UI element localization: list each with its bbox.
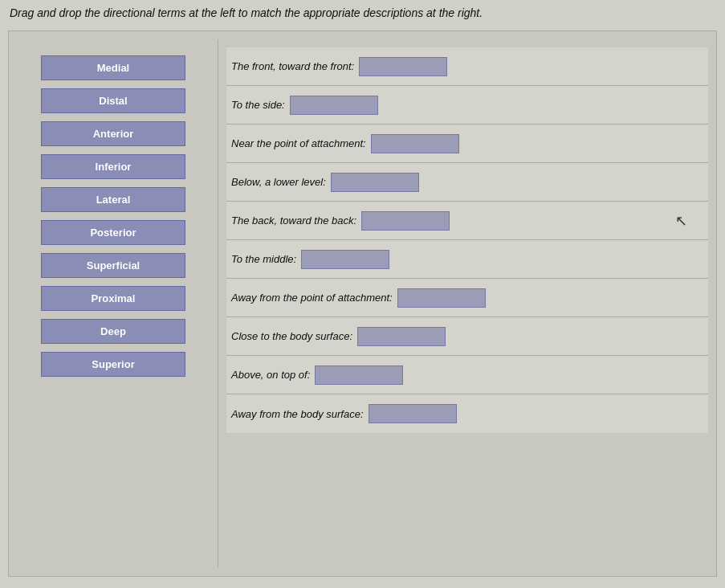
instruction-text: Drag and drop the directional terms at t… [0,0,725,26]
right-panel: The front, toward the front:To the side:… [218,39,716,568]
drop-zone-desc-medial[interactable] [301,250,389,269]
drop-zone-desc-distal[interactable] [397,288,486,308]
description-row-desc-above: Above, on top of: [226,356,708,394]
description-row-desc-anterior: The front, toward the front: [226,47,708,86]
drop-zone-desc-above[interactable] [315,365,403,385]
description-row-desc-distal: Away from the point of attachment: [226,279,708,317]
description-text-desc-deep: Away from the body surface: [231,408,364,420]
term-button-posterior[interactable]: Posterior [41,220,185,245]
description-row-desc-medial: To the middle: [226,240,708,279]
term-button-inferior[interactable]: Inferior [41,154,185,179]
description-row-desc-posterior: The back, toward the back:↖ [226,202,708,240]
drop-zone-desc-posterior[interactable] [361,211,450,231]
term-button-distal[interactable]: Distal [41,88,185,113]
drop-zone-desc-superficial[interactable] [357,327,446,346]
description-row-desc-lateral: To the side: [226,86,708,125]
drop-zone-desc-lateral[interactable] [290,96,378,115]
description-row-desc-proximal: Near the point of attachment: [226,125,708,163]
description-text-desc-anterior: The front, toward the front: [231,60,354,72]
drop-zone-desc-inferior[interactable] [331,173,419,192]
description-row-desc-inferior: Below, a lower level: [226,163,708,202]
description-text-desc-above: Above, on top of: [231,369,310,381]
description-text-desc-proximal: Near the point of attachment: [231,137,366,149]
drop-zone-desc-anterior[interactable] [359,57,447,76]
term-button-proximal[interactable]: Proximal [41,286,185,311]
drop-zone-desc-deep[interactable] [369,404,457,423]
term-button-deep[interactable]: Deep [41,319,185,344]
main-container: MedialDistalAnteriorInferiorLateralPoste… [8,31,717,577]
description-text-desc-superficial: Close to the body surface: [231,330,352,342]
term-button-anterior[interactable]: Anterior [41,121,185,146]
term-button-superior[interactable]: Superior [41,352,185,377]
description-text-desc-distal: Away from the point of attachment: [231,292,393,304]
description-row-desc-deep: Away from the body surface: [226,394,708,433]
description-row-desc-superficial: Close to the body surface: [226,317,708,356]
term-button-lateral[interactable]: Lateral [41,187,185,212]
term-button-medial[interactable]: Medial [41,55,185,80]
term-button-superficial[interactable]: Superficial [41,253,185,278]
description-text-desc-medial: To the middle: [231,253,296,265]
description-text-desc-lateral: To the side: [231,99,285,111]
left-panel: MedialDistalAnteriorInferiorLateralPoste… [9,39,218,568]
description-text-desc-posterior: The back, toward the back: [231,214,356,227]
drop-zone-desc-proximal[interactable] [371,134,459,153]
description-text-desc-inferior: Below, a lower level: [231,176,326,188]
cursor-icon: ↖ [675,212,703,230]
